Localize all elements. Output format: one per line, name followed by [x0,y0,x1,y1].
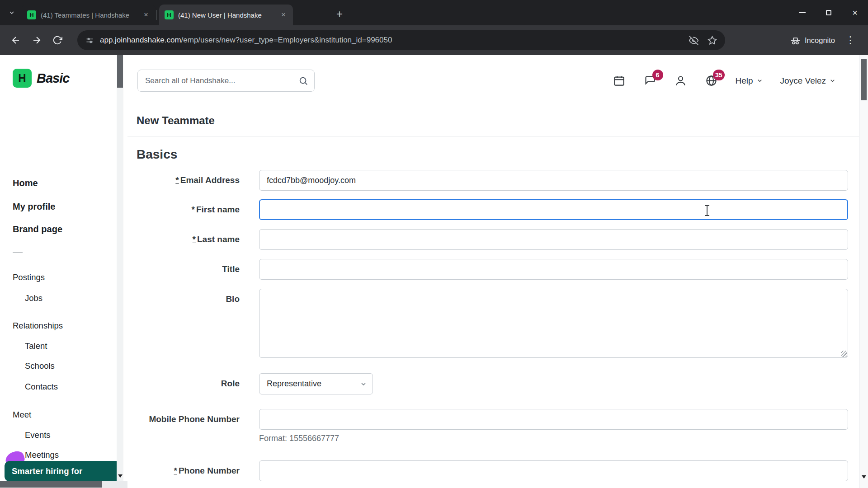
messages-button[interactable]: 6 [643,74,657,88]
section-heading: Basics [137,147,177,162]
tab-title: (41) New User | Handshake [178,11,275,19]
first-name-field[interactable] [259,199,848,220]
tab-title: (41) Teammates | Handshake [41,11,137,19]
sidebar-horizontal-scrollbar[interactable] [0,481,127,488]
sidebar-item-my-profile[interactable]: My profile [13,202,55,212]
maximize-icon [826,10,831,15]
sidebar-item-meet[interactable]: Meet [13,410,31,420]
help-label: Help [736,76,753,86]
calendar-icon [613,75,625,87]
resize-handle-icon[interactable] [841,351,847,357]
chevron-down-icon [8,9,15,16]
sidebar-item-meetings[interactable]: Meetings [25,450,59,460]
notifications-button[interactable]: 35 [705,74,718,88]
reload-button[interactable] [49,32,66,49]
tab-strip: H (41) Teammates | Handshake × H (41) Ne… [0,0,868,25]
text-cursor [707,205,708,216]
header-divider [127,105,859,105]
email-label: *Email Address [137,175,240,185]
search-icon[interactable] [298,76,308,86]
reload-icon [52,35,62,45]
close-button[interactable]: × [842,0,868,25]
tab-search-button[interactable] [5,6,18,19]
profile-button[interactable] [674,74,688,88]
handshake-favicon: H [27,10,36,19]
address-bar[interactable]: app.joinhandshake.com/emp/users/new?user… [77,30,725,50]
chevron-down-icon [360,380,367,388]
minimize-button[interactable] [789,0,816,25]
minimize-icon [799,12,806,13]
mobile-phone-field[interactable] [259,409,848,430]
incognito-icon [790,35,801,46]
promo-banner[interactable]: Smarter hiring for [5,461,121,482]
email-field[interactable] [259,170,848,191]
phone-field[interactable] [259,460,848,481]
page-title: New Teammate [137,114,215,127]
handshake-logo[interactable]: H Basic [13,69,69,88]
person-icon [675,75,687,87]
handshake-logo-icon: H [13,69,32,88]
last-name-field[interactable] [259,229,848,250]
global-search [137,70,315,92]
tab-close-icon[interactable]: × [141,10,151,20]
incognito-label: Incognito [805,36,835,45]
triangle-down-icon [118,474,123,478]
sidebar-scrollbar-thumb[interactable] [117,55,123,88]
user-name: Joyce Velez [780,76,826,86]
new-tab-button[interactable]: + [333,7,346,21]
page-scrollbar-thumb[interactable] [861,59,867,100]
sidebar-item-talent[interactable]: Talent [25,341,47,351]
url-text: app.joinhandshake.com/emp/users/new?user… [100,36,392,45]
global-search-input[interactable] [138,70,314,91]
chevron-down-icon [756,77,763,84]
sidebar-divider [13,252,23,253]
help-menu[interactable]: Help [736,76,763,86]
page-scroll-down-arrow[interactable] [859,472,868,482]
sidebar-item-jobs[interactable]: Jobs [25,293,42,303]
sidebar-scroll-down-arrow[interactable] [117,471,123,481]
role-select[interactable]: Representative [259,373,373,394]
page-content: H Basic Home My profile Brand page Posti… [0,55,868,488]
browser-window: H (41) Teammates | Handshake × H (41) Ne… [0,0,868,488]
site-settings-icon[interactable] [85,36,94,45]
required-mark: * [193,235,196,244]
user-menu[interactable]: Joyce Velez [780,76,836,86]
notifications-count-badge: 35 [713,70,725,80]
sidebar-item-contacts[interactable]: Contacts [25,382,58,392]
incognito-badge: Incognito [790,31,835,50]
sidebar-hscrollbar-thumb[interactable] [0,481,102,488]
handshake-favicon: H [165,10,174,19]
sidebar-vertical-scrollbar[interactable] [117,55,123,481]
forward-button[interactable] [28,32,45,49]
bookmark-star-icon[interactable] [708,36,717,45]
sidebar-item-schools[interactable]: Schools [25,361,55,371]
back-button[interactable] [7,32,24,49]
calendar-button[interactable] [613,74,626,88]
tab-close-icon[interactable]: × [278,10,288,20]
sidebar-item-postings[interactable]: Postings [13,272,45,282]
bio-label: Bio [137,294,240,304]
promo-text: Smarter hiring for [12,466,82,476]
triangle-down-icon [862,475,866,479]
title-divider [127,136,859,136]
required-mark: * [174,466,177,475]
tab-teammates[interactable]: H (41) Teammates | Handshake × [22,5,156,25]
page-vertical-scrollbar[interactable] [859,55,868,488]
close-icon: × [852,8,858,18]
role-selected-value: Representative [267,379,321,389]
title-field[interactable] [259,259,848,280]
sidebar-item-relationships[interactable]: Relationships [13,321,63,331]
messages-count-badge: 6 [652,70,663,80]
sidebar: H Basic Home My profile Brand page Posti… [0,55,127,488]
required-mark: * [175,175,179,185]
sidebar-item-events[interactable]: Events [25,430,51,440]
bio-field[interactable] [259,289,848,358]
maximize-button[interactable] [816,0,842,25]
browser-menu-button[interactable]: ⋮ [843,33,858,48]
tab-new-user[interactable]: H (41) New User | Handshake × [159,5,293,25]
sidebar-item-brand-page[interactable]: Brand page [13,224,62,235]
mobile-format-helper: Format: 15556667777 [259,434,339,443]
phone-label: *Phone Number [137,466,240,476]
eye-off-icon[interactable] [689,36,698,45]
sidebar-item-home[interactable]: Home [13,178,38,188]
